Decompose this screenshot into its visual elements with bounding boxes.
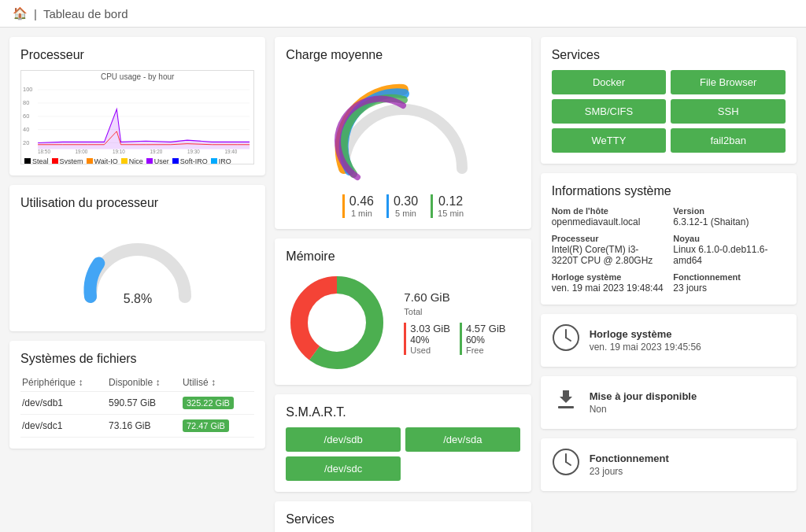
mem-used-block: 3.03 GiB 40% Used — [404, 323, 450, 355]
charge-15min-label: 15 min — [438, 209, 464, 218]
sysinfo-uptime-label: Fonctionnement — [673, 272, 786, 282]
sysinfo-cpu-block: Processeur Intel(R) Core(TM) i3-3220T CP… — [552, 234, 664, 266]
services-top-title: Services — [552, 48, 786, 62]
card-filesystem: Systèmes de fichiers Périphérique ↕ Disp… — [9, 341, 265, 449]
service-btn-smb[interactable]: SMB/CIFS — [552, 99, 667, 124]
svg-line-28 — [566, 462, 571, 465]
uptime-clock-svg — [552, 448, 580, 476]
download-svg — [552, 386, 580, 414]
sysinfo-hostname-label: Nom de l'hôte — [552, 206, 664, 216]
fs-device-1: /dev/sdb1 — [20, 392, 107, 415]
sysinfo-kernel-label: Noyau — [673, 234, 786, 243]
horloge-text: Horloge système ven. 19 mai 2023 19:45:5… — [590, 328, 701, 353]
service-btn-ssh[interactable]: SSH — [671, 99, 786, 124]
mem-used-pct: 40% — [410, 334, 450, 345]
service-btn-wetty[interactable]: WeTTY — [552, 128, 667, 153]
sysinfo-grid: Nom de l'hôte openmediavault.local Versi… — [552, 206, 786, 294]
utilisation-title: Utilisation du processeur — [20, 196, 254, 210]
sysinfo-hostname-block: Nom de l'hôte openmediavault.local — [552, 206, 664, 227]
download-icon — [552, 386, 580, 419]
card-services-bottom: Services Docker File Browser SMB/CIFS SS… — [275, 501, 531, 532]
sysinfo-version-label: Version — [673, 206, 786, 216]
smart-btn-sda[interactable]: /dev/sda — [405, 427, 520, 452]
fs-used-2: 72.47 GiB — [181, 415, 254, 438]
sysinfo-uptime-value: 23 jours — [673, 283, 786, 294]
card-services-top: Services Docker File Browser SMB/CIFS SS… — [541, 37, 797, 164]
svg-text:18:50: 18:50 — [38, 149, 50, 153]
svg-marker-25 — [560, 390, 572, 403]
charge-5min: 0.30 5 min — [386, 194, 418, 218]
cpu-chart-area: CPU usage - by hour 100 80 60 40 20 — [20, 70, 254, 164]
smart-title: S.M.A.R.T. — [286, 405, 519, 419]
topbar: 🏠 | Tableau de bord — [0, 0, 806, 28]
mem-total-label: Total — [404, 307, 505, 316]
fs-used-1: 325.22 GiB — [181, 392, 254, 415]
card-charge: Charge moyenne 0.46 1 — [275, 37, 531, 229]
memoire-donut-svg — [286, 272, 388, 374]
filesystem-title: Systèmes de fichiers — [20, 352, 254, 366]
mem-free-val: 4.57 GiB — [466, 323, 506, 334]
topbar-separator: | — [34, 7, 37, 20]
horloge-label: Horloge système — [590, 328, 701, 340]
card-memoire: Mémoire 7.60 GiB Total — [275, 238, 531, 385]
fs-col-used[interactable]: Utilisé ↕ — [181, 374, 254, 392]
column-3: Services Docker File Browser SMB/CIFS SS… — [541, 37, 797, 532]
table-row: /dev/sdb1 590.57 GiB 325.22 GiB — [20, 392, 254, 415]
cpu-chart-legend: Steal System Wait-IO Nice User Soft-IRQ … — [21, 156, 253, 164]
sysinfo-uptime-block: Fonctionnement 23 jours — [673, 272, 786, 294]
sysinfo-kernel-value: Linux 6.1.0-0.deb11.6-amd64 — [673, 244, 786, 266]
svg-text:19:20: 19:20 — [150, 149, 162, 153]
smart-btn-sdb[interactable]: /dev/sdb — [286, 427, 401, 452]
mem-free-pct: 60% — [466, 334, 506, 345]
sysinfo-kernel-block: Noyau Linux 6.1.0-0.deb11.6-amd64 — [673, 234, 786, 266]
mem-stats: 3.03 GiB 40% Used 4.57 GiB 60% Free — [404, 323, 505, 355]
sysinfo-clock-value: ven. 19 mai 2023 19:48:44 — [552, 283, 664, 294]
topbar-title: Tableau de bord — [43, 7, 128, 20]
update-label: Mise à jour disponible — [590, 390, 697, 402]
service-btn-filebrowser[interactable]: File Browser — [671, 70, 786, 94]
home-icon[interactable]: 🏠 — [13, 6, 28, 20]
fs-col-available[interactable]: Disponible ↕ — [107, 374, 181, 392]
charge-1min: 0.46 1 min — [342, 194, 374, 218]
fs-col-device[interactable]: Périphérique ↕ — [20, 374, 107, 392]
charge-15min-val: 0.12 — [438, 194, 464, 209]
mem-free-block: 4.57 GiB 60% Free — [460, 323, 506, 355]
table-row: /dev/sdc1 73.16 GiB 72.47 GiB — [20, 415, 254, 438]
mem-free-label: Free — [466, 345, 506, 355]
uptime-clock-icon — [552, 448, 580, 482]
svg-text:60: 60 — [23, 113, 29, 120]
svg-line-23 — [566, 338, 571, 341]
update-value: Non — [590, 404, 697, 415]
sysinfo-hostname-value: openmediavault.local — [552, 216, 664, 227]
charge-section: 0.46 1 min 0.30 5 min 0.12 15 min — [286, 70, 519, 218]
svg-text:19:00: 19:00 — [76, 149, 88, 153]
sysinfo-clock-block: Horloge système ven. 19 mai 2023 19:48:4… — [552, 272, 664, 294]
svg-text:20: 20 — [23, 139, 29, 146]
card-smart: S.M.A.R.T. /dev/sdb /dev/sda /dev/sdc — [275, 394, 531, 492]
status-card-update: Mise à jour disponible Non — [541, 376, 797, 429]
status-card-fonctionnement: Fonctionnement 23 jours — [541, 438, 797, 491]
fonctionnement-label: Fonctionnement — [590, 453, 669, 464]
horloge-value: ven. 19 mai 2023 19:45:56 — [590, 342, 701, 353]
card-sysinfo: Informations système Nom de l'hôte openm… — [541, 173, 797, 305]
service-btn-fail2ban[interactable]: fail2ban — [671, 128, 786, 153]
service-btn-docker[interactable]: Docker — [552, 70, 667, 94]
sysinfo-clock-label: Horloge système — [552, 272, 664, 282]
services-top-grid: Docker File Browser SMB/CIFS SSH WeTTY f… — [552, 70, 786, 153]
charge-5min-val: 0.30 — [394, 194, 418, 209]
charge-title: Charge moyenne — [286, 48, 519, 62]
smart-btn-sdc[interactable]: /dev/sdc — [286, 456, 401, 481]
status-card-horloge: Horloge système ven. 19 mai 2023 19:45:5… — [541, 314, 797, 367]
svg-text:19:30: 19:30 — [187, 149, 200, 153]
column-2: Charge moyenne 0.46 1 — [275, 37, 531, 532]
fs-available-1: 590.57 GiB — [107, 392, 181, 415]
charge-15min: 0.12 15 min — [431, 194, 464, 218]
sysinfo-version-block: Version 6.3.12-1 (Shaitan) — [673, 206, 786, 227]
sysinfo-cpu-label: Processeur — [552, 234, 664, 243]
memoire-legend: 7.60 GiB Total 3.03 GiB 40% Used 4.57 Gi… — [404, 290, 505, 355]
fs-available-2: 73.16 GiB — [107, 415, 181, 438]
svg-text:19:40: 19:40 — [224, 149, 237, 153]
svg-text:80: 80 — [23, 99, 29, 106]
services-bottom-title: Services — [286, 512, 519, 526]
fonctionnement-text: Fonctionnement 23 jours — [590, 453, 669, 477]
